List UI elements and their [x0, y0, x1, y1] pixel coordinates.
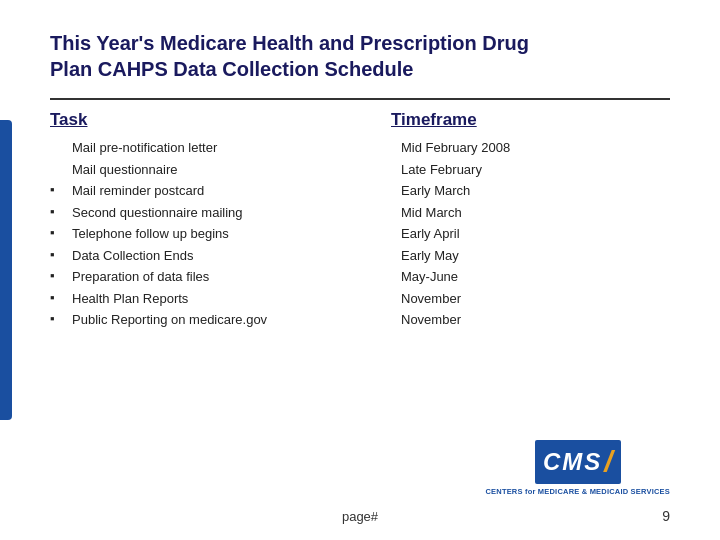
time-cell: May-June: [391, 267, 670, 287]
cms-text: CMS: [543, 448, 602, 476]
bullet-icon: ▪: [50, 203, 72, 219]
task-cell: Mail reminder postcard: [72, 181, 391, 201]
table-row: ▪Health Plan ReportsNovember: [50, 289, 670, 309]
task-cell: Data Collection Ends: [72, 246, 391, 266]
footer: page#: [0, 509, 720, 524]
table-row: ▪Data Collection EndsEarly May: [50, 246, 670, 266]
table-row: ▪Second questionnaire mailingMid March: [50, 203, 670, 223]
bullet-icon: ▪: [50, 181, 72, 197]
table-row: ▪Public Reporting on medicare.govNovembe…: [50, 310, 670, 330]
table-row: ▪Preparation of data filesMay-June: [50, 267, 670, 287]
bullet-icon: ▪: [50, 289, 72, 305]
timeframe-column-header: Timeframe: [391, 110, 670, 130]
cms-logo-area: CMS / CENTERS for MEDICARE & MEDICAID SE…: [485, 440, 670, 496]
page-number: 9: [662, 508, 670, 524]
task-cell: Telephone follow up begins: [72, 224, 391, 244]
task-cell: Health Plan Reports: [72, 289, 391, 309]
time-cell: Mid March: [391, 203, 670, 223]
table-row: ▪Mail pre-notification letterMid Februar…: [50, 138, 670, 158]
title-divider: [50, 98, 670, 100]
time-cell: Late February: [391, 160, 670, 180]
bullet-icon: ▪: [50, 310, 72, 326]
bullet-icon: ▪: [50, 246, 72, 262]
time-cell: Early May: [391, 246, 670, 266]
time-cell: Mid February 2008: [391, 138, 670, 158]
bullet-icon: ▪: [50, 267, 72, 283]
task-cell: Preparation of data files: [72, 267, 391, 287]
table-header: Task Timeframe: [50, 110, 670, 130]
task-column-header: Task: [50, 110, 391, 130]
cms-slash: /: [604, 445, 612, 479]
time-cell: Early March: [391, 181, 670, 201]
table-row: ▪Mail reminder postcardEarly March: [50, 181, 670, 201]
table-row: ▪Mail questionnaireLate February: [50, 160, 670, 180]
page: This Year's Medicare Health and Prescrip…: [0, 0, 720, 540]
cms-logo: CMS /: [535, 440, 621, 484]
time-cell: November: [391, 310, 670, 330]
task-cell: Public Reporting on medicare.gov: [72, 310, 391, 330]
schedule-table: ▪Mail pre-notification letterMid Februar…: [50, 138, 670, 332]
left-accent-bar: [0, 120, 12, 420]
page-title: This Year's Medicare Health and Prescrip…: [50, 30, 670, 82]
task-cell: Second questionnaire mailing: [72, 203, 391, 223]
time-cell: November: [391, 289, 670, 309]
table-row: ▪Telephone follow up beginsEarly April: [50, 224, 670, 244]
time-cell: Early April: [391, 224, 670, 244]
task-cell: Mail questionnaire: [72, 160, 391, 180]
title-line1: This Year's Medicare Health and Prescrip…: [50, 32, 529, 54]
bullet-icon: ▪: [50, 224, 72, 240]
task-cell: Mail pre-notification letter: [72, 138, 391, 158]
cms-tagline: CENTERS for MEDICARE & MEDICAID SERVICES: [485, 487, 670, 496]
title-line2: Plan CAHPS Data Collection Schedule: [50, 58, 413, 80]
page-label: page#: [342, 509, 378, 524]
